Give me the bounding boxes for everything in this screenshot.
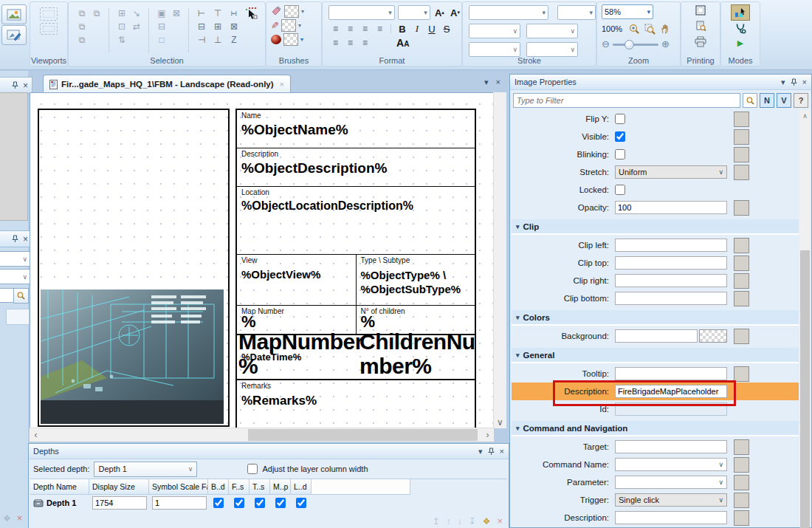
selection-tool-button[interactable]: □ (154, 33, 169, 46)
pin-icon[interactable] (488, 448, 495, 456)
left-panel-close-action-icon[interactable]: × (17, 512, 23, 524)
italic-button[interactable]: I (410, 23, 424, 35)
selection-tool-button[interactable]: ▣ (154, 7, 169, 19)
font-size-select[interactable]: ▾ (398, 5, 430, 20)
strikethrough-button[interactable]: S (440, 23, 453, 35)
adjust-layer-width-checkbox[interactable] (247, 464, 258, 474)
move-depth-bottom-icon[interactable]: ↧ (469, 516, 476, 527)
zoom-out-icon[interactable]: ⊖ (602, 39, 610, 49)
background-color-swatch[interactable] (699, 329, 727, 343)
selection-tool-button[interactable]: ⊡ (114, 20, 129, 32)
selection-tool-button[interactable]: ⧉ (75, 20, 89, 32)
flip-y-checkbox[interactable] (615, 114, 625, 124)
align-text-left-button[interactable]: ≡ (328, 23, 342, 35)
column-header-l[interactable]: L..d (291, 479, 312, 495)
print-icon[interactable] (694, 36, 707, 49)
column-header-symbol-scale-factor[interactable]: Symbol Scale Facto (149, 479, 208, 495)
command-name-select[interactable]: ∨ (615, 458, 727, 471)
blinking-checkbox[interactable] (615, 149, 625, 160)
bold-button[interactable]: B (396, 23, 409, 35)
left-panel-combo-1[interactable]: ∨ (0, 251, 31, 267)
target-binding-button[interactable] (734, 439, 749, 455)
vertical-align-top-button[interactable]: ≡ (328, 37, 342, 49)
depth-flag-checkbox-m[interactable] (275, 498, 286, 508)
selection-tool-button[interactable]: ↘ (129, 7, 144, 19)
pen-brush-icon[interactable]: ✎ (271, 20, 279, 31)
selected-depth-select[interactable]: Depth 1 ∨ (94, 462, 197, 477)
filter-input[interactable] (513, 93, 740, 108)
tooltip-binding-button[interactable] (734, 366, 749, 382)
move-depth-down-icon[interactable]: ↓ (458, 516, 462, 527)
depth-flag-checkbox-l[interactable] (296, 498, 306, 508)
selection-tool-button[interactable]: ⊠ (169, 7, 184, 19)
colors-section-header[interactable]: ▾ Colors (512, 310, 799, 326)
column-header-m[interactable]: M..p (270, 479, 291, 495)
stroke-cap-select[interactable]: ∨ (469, 24, 520, 38)
filter-help-button[interactable]: ? (794, 93, 808, 108)
selection-tool-button[interactable]: ⇅ (114, 33, 129, 46)
fill-brush-swatch[interactable] (284, 5, 299, 18)
pin-icon[interactable] (791, 78, 797, 86)
align-right-button[interactable]: ⊣ (194, 33, 209, 46)
vertical-align-middle-button[interactable]: ≡ (343, 37, 357, 49)
move-depth-up-icon[interactable]: ↑ (447, 516, 451, 527)
close-icon[interactable]: × (23, 234, 28, 244)
clip-left-binding-button[interactable] (734, 238, 749, 253)
tab-close-icon[interactable]: × (280, 80, 284, 89)
template-datetime-row[interactable]: %DateTime% MapNumber % ChildrenNu mber% (237, 335, 475, 380)
z-order-button[interactable]: Z (227, 33, 241, 46)
shadow-brush-dropdown-icon[interactable]: ▾ (300, 36, 303, 43)
viewport-tool-button[interactable] (40, 7, 58, 21)
pin-icon[interactable] (12, 81, 18, 89)
target-input[interactable] (615, 440, 727, 453)
move-depth-top-icon[interactable]: ↥ (433, 516, 440, 527)
viewport-select-button[interactable] (40, 23, 58, 35)
selection-tool-button[interactable]: ⧉ (75, 7, 89, 19)
map-placeholder-box[interactable] (38, 109, 230, 427)
selection-tool-button[interactable]: ⇄ (129, 20, 144, 32)
column-header-b[interactable]: B..d (208, 479, 229, 495)
canvas-horizontal-scrollbar[interactable]: ‹ › (30, 428, 494, 442)
horizontal-scroll-thumb[interactable] (248, 429, 478, 441)
stretch-select[interactable]: Uniform∨ (615, 165, 727, 179)
nav-description-binding-button[interactable] (734, 510, 749, 526)
command-navigation-section-header[interactable]: ▾ Command and Navigation (512, 421, 799, 436)
locked-checkbox[interactable] (615, 185, 625, 195)
stroke-arrow-select[interactable]: ∨ (526, 42, 578, 57)
selection-tool-button[interactable]: ⧉ (89, 7, 104, 19)
template-description-row[interactable]: Description %ObjectDescription% (237, 148, 475, 187)
pen-brush-swatch[interactable] (281, 19, 296, 32)
align-left-button[interactable]: ⊢ (194, 7, 209, 19)
align-text-justify-button[interactable]: ≡ (373, 23, 386, 35)
background-binding-button[interactable] (734, 329, 749, 344)
template-table[interactable]: Name %ObjectName% Description %ObjectDes… (235, 109, 476, 428)
left-panel-action-icon[interactable]: ❖ (3, 513, 11, 524)
pin-icon[interactable] (12, 235, 18, 243)
properties-vertical-scrollbar[interactable]: ∧ (799, 110, 811, 527)
font-family-select[interactable]: ▾ (328, 5, 395, 20)
left-panel-tab[interactable] (6, 309, 29, 325)
template-view-type-row[interactable]: View %ObjectView% Type \ Subtype %Object… (237, 255, 475, 306)
scroll-right-button[interactable]: › (481, 428, 494, 442)
column-header-depth-name[interactable]: Depth Name (30, 479, 89, 495)
depth-flag-checkbox-t[interactable] (255, 498, 265, 508)
selection-tool-button[interactable]: ⊟ (154, 20, 169, 32)
blinking-binding-button[interactable] (734, 147, 749, 162)
pointer-select-button[interactable] (244, 7, 259, 19)
depth-flag-checkbox-b[interactable] (213, 498, 224, 508)
font-dialog-button[interactable]: AA (396, 37, 409, 49)
align-top-button[interactable]: ⊤ (210, 7, 225, 19)
clip-top-input[interactable] (615, 256, 727, 270)
left-panel-search-input[interactable] (0, 288, 15, 303)
zoom-level-select[interactable]: 58%▾ (602, 4, 653, 19)
shadow-brush-icon[interactable] (271, 35, 281, 44)
align-bottom-button[interactable]: ⊥ (210, 33, 225, 46)
stretch-binding-button[interactable] (734, 165, 749, 180)
zoom-slider[interactable] (613, 44, 658, 46)
stroke-width-select[interactable]: ▾ (557, 5, 596, 20)
flip-y-binding-button[interactable] (734, 112, 749, 127)
command-name-binding-button[interactable] (734, 457, 749, 473)
image-tool-button-1[interactable] (1, 4, 27, 24)
scroll-left-button[interactable]: ‹ (30, 428, 42, 442)
display-size-input[interactable] (92, 496, 147, 510)
